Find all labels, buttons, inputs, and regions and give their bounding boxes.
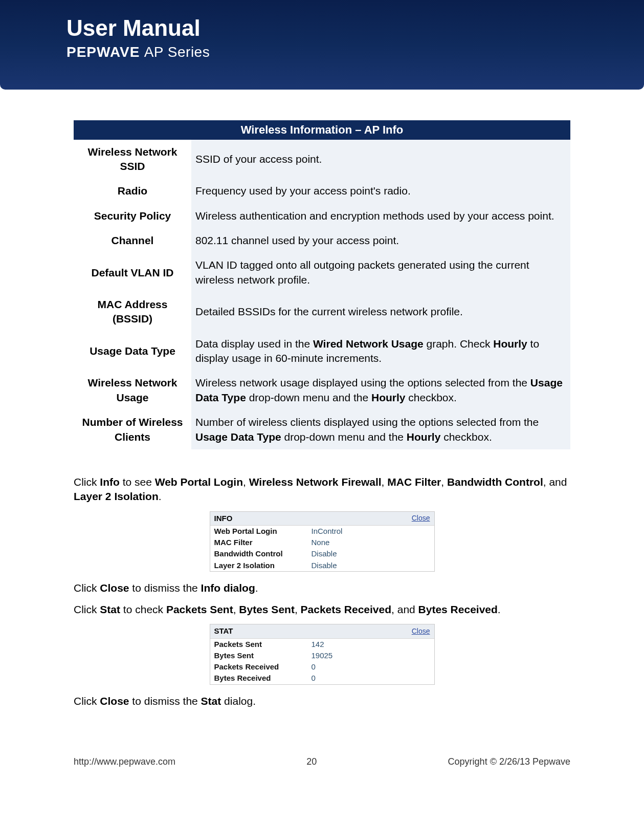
stat-dialog-close-link[interactable]: Close <box>412 626 430 636</box>
dialog-row: Bytes Received0 <box>210 673 434 684</box>
table-header: Wireless Information – AP Info <box>74 120 570 140</box>
row-label: Number of Wireless Clients <box>74 410 191 449</box>
table-row: Security PolicyWireless authentication a… <box>74 204 570 228</box>
document-content: Wireless Information – AP Info Wireless … <box>0 90 644 736</box>
row-label: Security Policy <box>74 204 191 228</box>
row-label: Usage Data Type <box>74 332 191 371</box>
dialog-row: Packets Received0 <box>210 661 434 673</box>
dialog-row-value: 0 <box>312 662 430 672</box>
dialog-row: Packets Sent142 <box>210 639 434 650</box>
document-header: User Manual PEPWAVE AP Series <box>0 0 644 90</box>
brand-name: PEPWAVE <box>66 44 140 60</box>
dialog-row-value: InControl <box>312 526 430 536</box>
dialog-row-value: 142 <box>312 639 430 650</box>
paragraph-info-instruction: Click Info to see Web Portal Login, Wire… <box>74 475 570 504</box>
paragraph-close-info: Click Close to dismiss the Info dialog. <box>74 581 570 595</box>
info-dialog-header: INFO Close <box>210 512 434 526</box>
row-label: MAC Address (BSSID) <box>74 292 191 332</box>
table-row: RadioFrequency used by your access point… <box>74 179 570 203</box>
stat-dialog-header: STAT Close <box>210 624 434 638</box>
dialog-row-value: Disable <box>312 549 430 559</box>
table-row: Default VLAN IDVLAN ID tagged onto all o… <box>74 253 570 292</box>
dialog-row-key: Bytes Sent <box>214 651 312 661</box>
document-footer: http://www.pepwave.com 20 Copyright © 2/… <box>0 736 644 788</box>
dialog-row: Bytes Sent19025 <box>210 650 434 661</box>
header-subtitle: PEPWAVE AP Series <box>66 44 644 60</box>
row-label: Channel <box>74 228 191 253</box>
row-description: Wireless network usage displayed using t… <box>191 371 570 410</box>
info-dialog-figure: INFO Close Web Portal LoginInControlMAC … <box>74 511 570 572</box>
row-description: Wireless authentication and encryption m… <box>191 204 570 228</box>
dialog-row-value: 19025 <box>312 651 430 661</box>
table-row: MAC Address (BSSID)Detailed BSSIDs for t… <box>74 292 570 332</box>
info-dialog-close-link[interactable]: Close <box>412 513 430 523</box>
info-dialog: INFO Close Web Portal LoginInControlMAC … <box>210 511 435 572</box>
dialog-row-value: 0 <box>312 673 430 683</box>
row-description: VLAN ID tagged onto all outgoing packets… <box>191 253 570 292</box>
dialog-row-key: Web Portal Login <box>214 526 312 536</box>
paragraph-stat-instruction: Click Stat to check Packets Sent, Bytes … <box>74 602 570 617</box>
stat-dialog-figure: STAT Close Packets Sent142Bytes Sent1902… <box>74 624 570 684</box>
dialog-row-key: Bandwidth Control <box>214 549 312 559</box>
dialog-row: Bandwidth ControlDisable <box>210 548 434 559</box>
dialog-row-value: Disable <box>312 560 430 571</box>
row-description: Number of wireless clients displayed usi… <box>191 410 570 449</box>
wireless-info-table: Wireless Information – AP Info Wireless … <box>74 120 570 449</box>
dialog-row-key: Layer 2 Isolation <box>214 560 312 571</box>
footer-page-number: 20 <box>175 756 448 767</box>
stat-dialog: STAT Close Packets Sent142Bytes Sent1902… <box>210 624 435 684</box>
row-description: SSID of your access point. <box>191 140 570 179</box>
row-description: Frequency used by your access point's ra… <box>191 179 570 203</box>
dialog-row-key: Packets Sent <box>214 639 312 650</box>
row-label: Wireless Network SSID <box>74 140 191 179</box>
footer-copyright: Copyright © 2/26/13 Pepwave <box>448 756 570 767</box>
dialog-row-value: None <box>312 537 430 548</box>
table-row: Wireless Network UsageWireless network u… <box>74 371 570 410</box>
table-row: Number of Wireless ClientsNumber of wire… <box>74 410 570 449</box>
dialog-row-key: Bytes Received <box>214 673 312 683</box>
paragraph-close-stat: Click Close to dismiss the Stat dialog. <box>74 694 570 708</box>
row-description: 802.11 channel used by your access point… <box>191 228 570 253</box>
table-header-row: Wireless Information – AP Info <box>74 120 570 140</box>
row-label: Wireless Network Usage <box>74 371 191 410</box>
row-description: Data display used in the Wired Network U… <box>191 332 570 371</box>
table-row: Channel802.11 channel used by your acces… <box>74 228 570 253</box>
row-label: Radio <box>74 179 191 203</box>
info-dialog-title: INFO <box>214 513 233 524</box>
dialog-row: MAC FilterNone <box>210 537 434 548</box>
footer-url: http://www.pepwave.com <box>74 756 175 767</box>
table-row: Wireless Network SSIDSSID of your access… <box>74 140 570 179</box>
table-row: Usage Data TypeData display used in the … <box>74 332 570 371</box>
row-description: Detailed BSSIDs for the current wireless… <box>191 292 570 332</box>
dialog-row: Web Portal LoginInControl <box>210 526 434 537</box>
dialog-row-key: MAC Filter <box>214 537 312 548</box>
row-label: Default VLAN ID <box>74 253 191 292</box>
stat-dialog-title: STAT <box>214 626 233 636</box>
header-title: User Manual <box>66 15 644 41</box>
dialog-row: Layer 2 IsolationDisable <box>210 560 434 571</box>
series-name: AP Series <box>144 44 210 60</box>
dialog-row-key: Packets Received <box>214 662 312 672</box>
